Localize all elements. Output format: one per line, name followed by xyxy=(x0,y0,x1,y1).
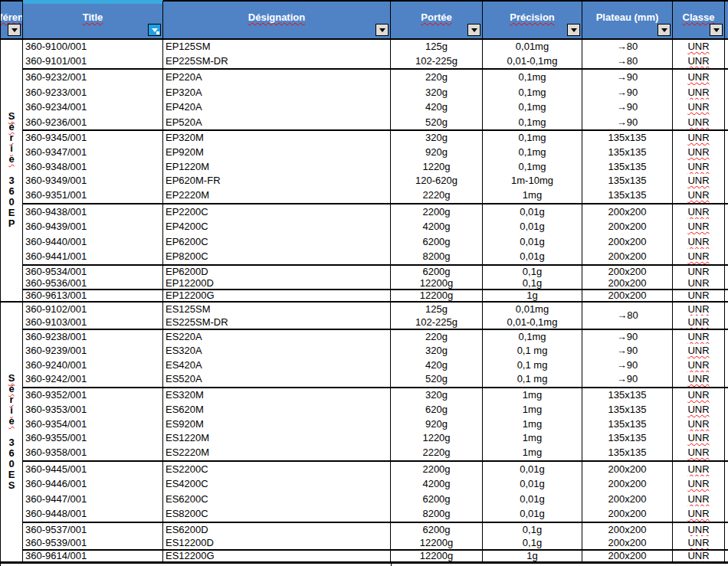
filter-button-plateau[interactable] xyxy=(657,24,671,36)
cell-precision[interactable]: 0,01g xyxy=(483,234,582,250)
cell-designation[interactable]: ES320A xyxy=(163,344,391,358)
cell-precision[interactable]: 0,01mg xyxy=(483,303,582,316)
cell-portee[interactable]: 2220g xyxy=(391,188,483,203)
cell-plateau[interactable]: 135x135 xyxy=(582,417,673,432)
cell-designation[interactable]: ES1220M xyxy=(163,431,391,446)
cell-designation[interactable]: EP6200D xyxy=(163,266,391,277)
filter-button-reference[interactable] xyxy=(8,24,21,36)
cell-classe[interactable]: UNR xyxy=(673,131,725,146)
cell-plateau[interactable]: 200x200 xyxy=(582,234,673,250)
cell-portee[interactable]: 6200g xyxy=(391,492,483,507)
cell-classe[interactable]: UNR xyxy=(673,316,725,329)
cell-precision[interactable]: 1mg xyxy=(483,188,582,203)
cell-precision[interactable]: 0,01g xyxy=(483,204,582,220)
cell-portee[interactable]: 320g xyxy=(391,85,483,100)
cell-plateau[interactable]: 200x200 xyxy=(582,462,673,477)
cell-plateau[interactable]: 200x200 xyxy=(582,536,673,549)
cell-designation[interactable]: EP220A xyxy=(163,70,391,85)
cell-plateau[interactable]: 200x200 xyxy=(582,506,673,522)
cell-portee[interactable]: 6200g xyxy=(391,234,483,250)
cell-title[interactable]: 360-9233/001 xyxy=(23,85,163,100)
cell-plateau[interactable]: →90 xyxy=(582,358,673,373)
cell-designation[interactable]: ES8200C xyxy=(163,506,391,522)
cell-designation[interactable]: ES12200G xyxy=(163,551,391,561)
cell-portee[interactable]: 2200g xyxy=(391,204,483,220)
cell-designation[interactable]: ES6200C xyxy=(163,492,391,507)
cell-precision[interactable]: 0,1g xyxy=(483,266,582,277)
cell-portee[interactable]: 320g xyxy=(391,344,483,358)
cell-title[interactable]: 360-9447/001 xyxy=(23,492,163,507)
cell-plateau[interactable]: →90 xyxy=(582,115,673,130)
cell-designation[interactable]: ES620M xyxy=(163,403,391,417)
cell-designation[interactable]: ES4200C xyxy=(163,476,391,492)
cell-classe[interactable]: UNR xyxy=(673,523,725,536)
cell-plateau[interactable]: →80 xyxy=(582,40,673,54)
cell-title[interactable]: 360-9348/001 xyxy=(23,160,163,175)
cell-designation[interactable]: EP1220M xyxy=(163,160,391,175)
cell-precision[interactable]: 1mg xyxy=(483,403,582,417)
cell-classe[interactable]: UNR xyxy=(673,492,725,507)
cell-title[interactable]: 360-9441/001 xyxy=(23,249,163,264)
cell-precision[interactable]: 0,1mg xyxy=(483,100,582,115)
column-header-title[interactable]: Title xyxy=(23,0,163,38)
cell-precision[interactable]: 1mg xyxy=(483,446,582,460)
cell-precision[interactable]: 0,1mg xyxy=(483,131,582,146)
cell-designation[interactable]: ES420A xyxy=(163,358,391,373)
cell-portee[interactable]: 125g xyxy=(391,303,483,316)
cell-classe[interactable]: UNR xyxy=(673,266,725,277)
cell-plateau[interactable]: →80 xyxy=(582,54,673,69)
cell-precision[interactable]: 0,1mg xyxy=(483,85,582,100)
cell-precision[interactable]: 0,1mg xyxy=(483,160,582,175)
cell-portee[interactable]: 12200g xyxy=(391,551,483,561)
cell-designation[interactable]: EP520A xyxy=(163,115,391,130)
cell-designation[interactable]: ES2200C xyxy=(163,462,391,477)
cell-plateau[interactable]: 200x200 xyxy=(582,219,673,234)
cell-precision[interactable]: 0,1g xyxy=(483,523,582,536)
cell-plateau[interactable]: 200x200 xyxy=(582,204,673,220)
cell-classe[interactable]: UNR xyxy=(673,446,725,460)
cell-plateau[interactable]: 135x135 xyxy=(582,188,673,203)
cell-precision[interactable]: 0,1 mg xyxy=(483,358,582,373)
cell-plateau[interactable]: →90 xyxy=(582,100,673,115)
cell-designation[interactable]: EP620M-FR xyxy=(163,174,391,188)
cell-portee[interactable]: 220g xyxy=(391,330,483,345)
cell-plateau[interactable]: 135x135 xyxy=(582,403,673,417)
cell-portee[interactable]: 102-225g xyxy=(391,54,483,69)
cell-precision[interactable]: 0,01g xyxy=(483,476,582,492)
cell-title[interactable]: 360-9349/001 xyxy=(23,174,163,188)
cell-classe[interactable]: UNR xyxy=(673,234,725,250)
cell-plateau[interactable]: →90 xyxy=(582,85,673,100)
cell-precision[interactable]: 0,1 mg xyxy=(483,344,582,358)
cell-plateau[interactable]: 135x135 xyxy=(582,174,673,188)
filter-button-classe[interactable] xyxy=(710,24,723,36)
cell-classe[interactable]: UNR xyxy=(673,536,725,549)
cell-title[interactable]: 360-9100/001 xyxy=(23,40,163,54)
cell-portee[interactable]: 12200g xyxy=(391,290,483,301)
cell-portee[interactable]: 8200g xyxy=(391,249,483,264)
cell-precision[interactable]: 0,1mg xyxy=(483,70,582,85)
cell-plateau[interactable]: →90 xyxy=(582,330,673,345)
cell-title[interactable]: 360-9352/001 xyxy=(23,388,163,403)
cell-portee[interactable]: 220g xyxy=(391,70,483,85)
cell-designation[interactable]: EP12200G xyxy=(163,290,391,301)
cell-classe[interactable]: UNR xyxy=(673,204,725,220)
cell-classe[interactable]: UNR xyxy=(673,303,725,316)
cell-title[interactable]: 360-9234/001 xyxy=(23,100,163,115)
cell-designation[interactable]: ES225SM-DR xyxy=(163,316,391,329)
cell-plateau[interactable]: 135x135 xyxy=(582,131,673,146)
cell-plateau[interactable]: 200x200 xyxy=(582,249,673,264)
column-header-plateau[interactable]: Plateau (mm) xyxy=(582,0,673,38)
cell-portee[interactable]: 520g xyxy=(391,372,483,387)
cell-title[interactable]: 360-9445/001 xyxy=(23,462,163,477)
cell-designation[interactable]: ES220A xyxy=(163,330,391,345)
cell-portee[interactable]: 125g xyxy=(391,40,483,54)
cell-portee[interactable]: 12200g xyxy=(391,277,483,289)
cell-title[interactable]: 360-9439/001 xyxy=(23,219,163,234)
cell-title[interactable]: 360-9236/001 xyxy=(23,115,163,130)
cell-portee[interactable]: 320g xyxy=(391,388,483,403)
cell-classe[interactable]: UNR xyxy=(673,431,725,446)
cell-plateau[interactable]: 200x200 xyxy=(582,523,673,536)
cell-plateau[interactable]: →90 xyxy=(582,372,673,387)
cell-precision[interactable]: 0,01mg xyxy=(483,40,582,54)
cell-plateau[interactable]: →90 xyxy=(582,344,673,358)
